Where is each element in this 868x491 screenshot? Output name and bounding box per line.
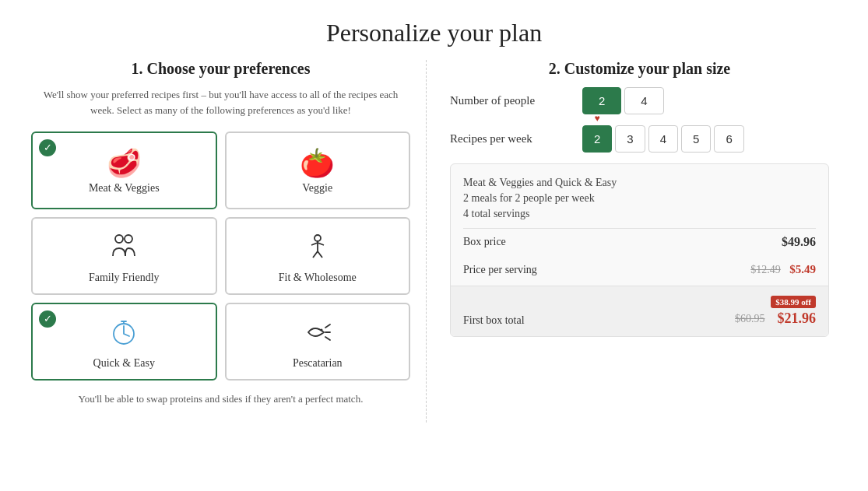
svg-point-4 <box>320 329 322 331</box>
first-box-new: $21.96 <box>778 310 817 327</box>
pref-card-family-friendly[interactable]: Family Friendly <box>31 217 217 295</box>
svg-point-1 <box>125 235 132 243</box>
left-section-title: 1. Choose your preferences <box>31 60 410 78</box>
svg-point-0 <box>115 235 123 243</box>
recipes-btn-group: ♥ 2 3 4 5 6 <box>582 125 744 153</box>
people-option-2[interactable]: 2 <box>582 87 621 114</box>
left-subtitle: We'll show your preferred recipes first … <box>31 87 410 117</box>
label-meat-veggies: Meat & Veggies <box>89 182 160 195</box>
box-price-label: Box price <box>463 236 506 248</box>
pref-card-quick-easy[interactable]: ✓ Quick & Easy <box>31 303 217 381</box>
per-serving-label: Price per serving <box>463 264 537 276</box>
right-panel: 2. Customize your plan size Number of pe… <box>427 60 852 423</box>
check-icon-quick-easy: ✓ <box>39 310 56 328</box>
first-box-label: First box total <box>463 314 525 327</box>
icon-meat-veggies: 🥩 <box>107 149 142 177</box>
box-price-row: Box price $49.96 <box>463 228 816 249</box>
discount-badge: $38.99 off <box>771 296 816 308</box>
recipes-option-5[interactable]: 5 <box>681 125 711 153</box>
box-price-value: $49.96 <box>782 235 816 249</box>
first-box-row: First box total $38.99 off $60.95 $21.96 <box>451 286 828 336</box>
first-box-prices: $38.99 off $60.95 $21.96 <box>735 296 816 327</box>
label-family-friendly: Family Friendly <box>89 272 160 284</box>
summary-description3: 4 total servings <box>463 208 816 220</box>
left-footer: You'll be able to swap proteins and side… <box>31 391 410 407</box>
recipes-option-4[interactable]: 4 <box>648 125 678 153</box>
first-box-old: $60.95 <box>735 313 765 325</box>
icon-quick-easy <box>108 317 139 352</box>
summary-description2: 2 meals for 2 people per week <box>463 192 816 205</box>
summary-description1: Meat & Veggies and Quick & Easy <box>463 177 816 189</box>
price-summary: Meat & Veggies and Quick & Easy 2 meals … <box>450 163 829 337</box>
people-row: Number of people 2 4 <box>450 87 829 114</box>
first-box-price-row: $60.95 $21.96 <box>735 310 816 327</box>
per-serving-row: Price per serving $12.49 $5.49 <box>463 257 816 276</box>
check-icon-meat-veggies: ✓ <box>39 139 56 156</box>
pref-card-veggie[interactable]: 🍅 Veggie <box>225 132 411 209</box>
label-veggie: Veggie <box>302 182 332 195</box>
page-title: Personalize your plan <box>0 0 868 60</box>
right-section-title: 2. Customize your plan size <box>450 60 829 78</box>
label-fit-wholesome: Fit & Wholesome <box>279 272 357 284</box>
preferences-grid: ✓ 🥩 Meat & Veggies 🍅 Veggie <box>31 132 410 381</box>
people-label: Number of people <box>450 94 582 107</box>
people-btn-group: 2 4 <box>582 87 664 114</box>
svg-point-2 <box>315 235 321 241</box>
icon-fit-wholesome <box>302 231 333 267</box>
recipes-option-2[interactable]: 2 <box>582 125 612 153</box>
heart-icon: ♥ <box>595 113 600 125</box>
per-serving-prices: $12.49 $5.49 <box>750 263 816 276</box>
recipes-option-2-wrapper: ♥ 2 <box>582 125 612 153</box>
pref-card-fit-wholesome[interactable]: Fit & Wholesome <box>225 217 411 295</box>
pref-card-meat-veggies[interactable]: ✓ 🥩 Meat & Veggies <box>31 132 217 209</box>
left-panel: 1. Choose your preferences We'll show yo… <box>16 60 427 423</box>
per-serving-new: $5.49 <box>789 263 816 275</box>
recipes-label: Recipes per week <box>450 132 582 146</box>
recipes-option-6[interactable]: 6 <box>714 125 743 153</box>
icon-veggie: 🍅 <box>300 149 335 177</box>
people-option-4[interactable]: 4 <box>624 87 663 114</box>
label-pescatarian: Pescatarian <box>293 357 343 370</box>
label-quick-easy: Quick & Easy <box>93 357 155 370</box>
pref-card-pescatarian[interactable]: Pescatarian <box>225 303 411 381</box>
icon-family-friendly <box>108 231 139 267</box>
per-serving-old: $12.49 <box>750 264 781 275</box>
icon-pescatarian <box>302 317 333 352</box>
recipes-option-3[interactable]: 3 <box>615 125 645 153</box>
recipes-row: Recipes per week ♥ 2 3 4 5 6 <box>450 125 829 153</box>
